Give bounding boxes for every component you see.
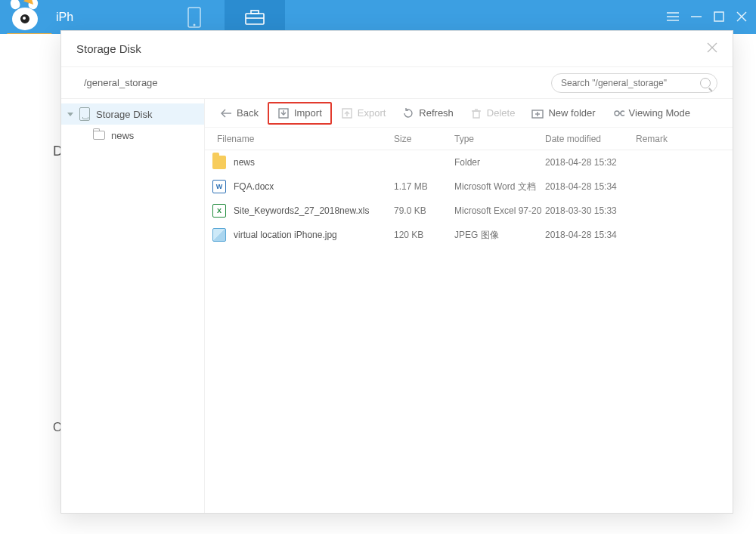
back-arrow-icon (220, 107, 232, 119)
app-titlebar: Premium iPh (0, 0, 756, 34)
table-header: Filename Size Type Date modified Remark (205, 128, 733, 150)
export-button[interactable]: Export (333, 104, 394, 122)
import-highlight: Import (268, 102, 332, 125)
svg-point-26 (621, 111, 624, 116)
table-row[interactable]: newsFolder2018-04-28 15:32 (205, 150, 733, 174)
new-folder-icon (531, 107, 544, 119)
file-name: FQA.docx (234, 181, 394, 192)
refresh-button[interactable]: Refresh (395, 104, 461, 122)
phone-icon (187, 6, 202, 29)
search-box[interactable] (551, 73, 717, 93)
svg-rect-3 (251, 11, 259, 14)
chevron-down-icon (67, 113, 73, 116)
tree-root-storage-disk[interactable]: Storage Disk (61, 103, 204, 125)
app-logo: Premium (6, 0, 51, 34)
svg-point-1 (194, 23, 196, 26)
delete-button[interactable]: Delete (463, 104, 523, 122)
tree-item-news[interactable]: news (61, 125, 204, 146)
folder-tree: Storage Disk news (61, 99, 205, 513)
file-size: 1.17 MB (394, 181, 454, 192)
close-icon[interactable] (736, 8, 747, 26)
export-icon (341, 107, 353, 119)
file-type: Folder (454, 157, 545, 168)
file-size: 79.0 KB (394, 205, 454, 216)
dialog-close-icon[interactable] (707, 41, 717, 57)
file-date: 2018-04-28 15:34 (545, 181, 636, 192)
file-size: 120 KB (394, 230, 454, 240)
maximize-icon[interactable] (714, 8, 724, 26)
search-input[interactable] (561, 78, 700, 88)
table-row[interactable]: Site_Keywords2_27_2018new.xls79.0 KBMicr… (205, 199, 733, 223)
trash-icon (470, 107, 482, 119)
storage-disk-icon (79, 107, 90, 121)
header-tabs (164, 0, 285, 34)
file-date: 2018-03-30 15:33 (545, 205, 636, 216)
file-rows: newsFolder2018-04-28 15:32FQA.docx1.17 M… (205, 150, 733, 247)
viewing-mode-button[interactable]: Viewing Mode (605, 104, 698, 122)
file-type: Microsoft Excel 97-20 (454, 205, 545, 216)
refresh-icon (402, 107, 414, 119)
folder-icon (212, 156, 226, 169)
storage-disk-dialog: Storage Disk /general_storage Storage Di… (60, 30, 733, 514)
doc-icon (212, 180, 226, 193)
app-name-fragment: iPh (56, 11, 73, 24)
dialog-header: Storage Disk (61, 31, 733, 67)
file-date: 2018-04-28 15:34 (545, 230, 636, 240)
svg-rect-19 (473, 111, 479, 118)
tree-item-label: news (111, 130, 134, 141)
file-name: virtual location iPhone.jpg (234, 230, 394, 240)
import-button[interactable]: Import (270, 104, 330, 122)
tab-phone[interactable] (164, 0, 225, 34)
minimize-icon[interactable] (691, 8, 702, 26)
col-type[interactable]: Type (454, 134, 545, 144)
current-path: /general_storage (84, 77, 158, 88)
svg-rect-2 (246, 14, 264, 24)
col-remark[interactable]: Remark (636, 134, 725, 144)
col-date[interactable]: Date modified (545, 134, 636, 144)
folder-icon (93, 131, 105, 140)
file-panel: Back Import Export Refresh (205, 99, 733, 513)
path-bar: /general_storage (61, 67, 733, 99)
import-icon (277, 107, 290, 119)
img-icon (212, 228, 226, 242)
back-button[interactable]: Back (212, 104, 266, 122)
col-size[interactable]: Size (394, 134, 454, 144)
svg-rect-9 (714, 12, 723, 21)
table-row[interactable]: virtual location iPhone.jpg120 KBJPEG 图像… (205, 223, 733, 247)
toolbar: Back Import Export Refresh (205, 99, 733, 128)
xls-icon (212, 204, 226, 218)
menu-icon[interactable] (667, 8, 679, 26)
col-filename[interactable]: Filename (212, 134, 394, 144)
svg-point-25 (615, 111, 619, 116)
file-date: 2018-04-28 15:32 (545, 157, 636, 168)
table-row[interactable]: FQA.docx1.17 MBMicrosoft Word 文档2018-04-… (205, 174, 733, 199)
new-folder-button[interactable]: New folder (524, 104, 603, 122)
dialog-title: Storage Disk (76, 42, 141, 55)
file-name: Site_Keywords2_27_2018new.xls (234, 205, 394, 216)
file-name: news (234, 157, 394, 168)
tab-toolbox[interactable] (225, 0, 285, 34)
toolbox-icon (243, 8, 266, 26)
tree-root-label: Storage Disk (96, 109, 152, 120)
file-type: JPEG 图像 (454, 229, 545, 242)
file-type: Microsoft Word 文档 (454, 181, 545, 193)
search-icon (700, 78, 711, 88)
viewing-mode-icon (612, 107, 624, 119)
